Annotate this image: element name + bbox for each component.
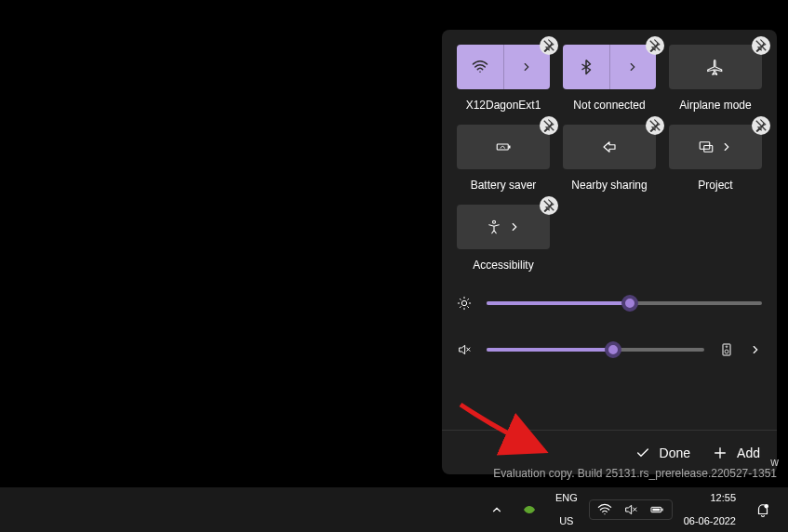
wifi-toggle[interactable] xyxy=(457,45,504,89)
tray-overflow[interactable] xyxy=(483,501,511,518)
notifications-button[interactable] xyxy=(747,499,779,520)
unpin-icon xyxy=(648,39,661,52)
svg-rect-5 xyxy=(509,146,511,149)
unpin-nearby-sharing-button[interactable] xyxy=(646,116,664,135)
tile-nearby-sharing-wrap: Nearby sharing xyxy=(563,125,656,192)
brightness-icon xyxy=(457,296,472,311)
system-tray[interactable] xyxy=(589,499,673,520)
unpin-battery-saver-button[interactable] xyxy=(540,116,558,135)
add-button[interactable]: Add xyxy=(713,446,760,460)
quick-settings-tiles: X12DagonExt1 Not connected xyxy=(457,45,762,272)
wifi-icon xyxy=(472,59,488,75)
unpin-wifi-button[interactable] xyxy=(540,36,558,55)
airplane-label: Airplane mode xyxy=(679,99,751,112)
bluetooth-tile[interactable] xyxy=(563,45,656,89)
svg-rect-17 xyxy=(661,509,662,512)
nearby-share-icon xyxy=(601,139,618,155)
quick-settings-panel: X12DagonExt1 Not connected xyxy=(442,30,777,474)
wifi-icon xyxy=(597,502,612,517)
volume-slider[interactable] xyxy=(487,348,704,352)
project-tile[interactable] xyxy=(669,125,762,169)
airplane-tile[interactable] xyxy=(669,45,762,89)
tile-wifi-wrap: X12DagonExt1 xyxy=(457,45,550,112)
date: 06-06-2022 xyxy=(684,515,736,527)
volume-thumb[interactable] xyxy=(605,341,621,358)
nearby-sharing-label: Nearby sharing xyxy=(571,179,647,192)
chevron-right-icon[interactable] xyxy=(749,343,762,356)
nearby-sharing-tile[interactable] xyxy=(563,125,656,169)
bluetooth-icon xyxy=(578,59,594,75)
chevron-up-icon xyxy=(490,503,503,516)
brightness-row xyxy=(457,296,762,311)
desktop-watermark: Evaluation copy. Build 25131.rs_prerelea… xyxy=(493,467,777,480)
tile-accessibility-wrap: Accessibility xyxy=(457,205,550,272)
chevron-right-icon xyxy=(508,220,521,233)
brightness-fill xyxy=(487,301,630,305)
time: 12:55 xyxy=(710,492,736,504)
tile-battery-saver-wrap: Battery saver xyxy=(457,125,550,192)
unpin-accessibility-button[interactable] xyxy=(540,196,558,215)
battery-saver-label: Battery saver xyxy=(471,179,537,192)
accessibility-label: Accessibility xyxy=(473,259,533,272)
unpin-icon xyxy=(542,39,555,52)
volume-muted-icon xyxy=(457,342,472,357)
unpin-icon xyxy=(648,119,661,132)
unpin-bluetooth-button[interactable] xyxy=(646,36,664,55)
brightness-slider[interactable] xyxy=(487,301,762,305)
svg-point-19 xyxy=(765,504,769,509)
done-button[interactable]: Done xyxy=(635,446,690,460)
project-icon xyxy=(698,139,715,155)
checkmark-icon xyxy=(635,446,650,460)
sliders-section xyxy=(457,296,762,357)
nvidia-icon xyxy=(522,502,537,517)
unpin-icon xyxy=(755,39,768,52)
accessibility-icon xyxy=(486,219,502,235)
project-label: Project xyxy=(698,179,732,192)
chevron-right-icon xyxy=(520,60,533,73)
svg-point-14 xyxy=(725,350,728,353)
brightness-thumb[interactable] xyxy=(621,295,638,312)
wifi-label: X12DagonExt1 xyxy=(466,99,541,112)
volume-muted-icon xyxy=(623,502,638,517)
done-label: Done xyxy=(660,446,690,460)
bluetooth-toggle[interactable] xyxy=(563,45,610,89)
language-switcher[interactable]: ENG US xyxy=(548,490,585,528)
bluetooth-label: Not connected xyxy=(573,99,645,112)
taskbar: ENG US 12:55 06-06-2022 xyxy=(0,487,788,532)
chevron-right-icon xyxy=(626,60,639,73)
svg-point-12 xyxy=(461,300,466,305)
tray-nvidia[interactable] xyxy=(514,500,544,519)
plus-icon xyxy=(713,446,728,460)
lang-top: ENG xyxy=(555,492,578,504)
unpin-airplane-button[interactable] xyxy=(752,36,770,55)
tile-bluetooth-wrap: Not connected xyxy=(563,45,656,112)
volume-fill xyxy=(487,348,613,352)
add-label: Add xyxy=(737,446,760,460)
audio-output-icon[interactable] xyxy=(719,342,734,357)
lang-bottom: US xyxy=(559,515,573,527)
notifications-icon xyxy=(755,501,771,518)
svg-point-15 xyxy=(726,346,728,348)
clock[interactable]: 12:55 06-06-2022 xyxy=(676,490,743,529)
battery-saver-icon xyxy=(495,139,512,155)
battery-saver-tile[interactable] xyxy=(457,125,550,169)
unpin-project-button[interactable] xyxy=(752,116,770,135)
tile-airplane-wrap: Airplane mode xyxy=(669,45,762,112)
wifi-tile[interactable] xyxy=(457,45,550,89)
unpin-icon xyxy=(542,119,555,132)
chevron-right-icon xyxy=(720,140,733,153)
volume-row xyxy=(457,342,762,357)
svg-point-11 xyxy=(493,220,496,223)
svg-rect-18 xyxy=(652,509,660,512)
unpin-icon xyxy=(755,119,768,132)
accessibility-tile[interactable] xyxy=(457,205,550,249)
tile-project-wrap: Project xyxy=(669,125,762,192)
svg-rect-4 xyxy=(497,144,508,150)
unpin-icon xyxy=(542,199,555,212)
airplane-icon xyxy=(707,59,724,75)
battery-icon xyxy=(649,502,664,517)
